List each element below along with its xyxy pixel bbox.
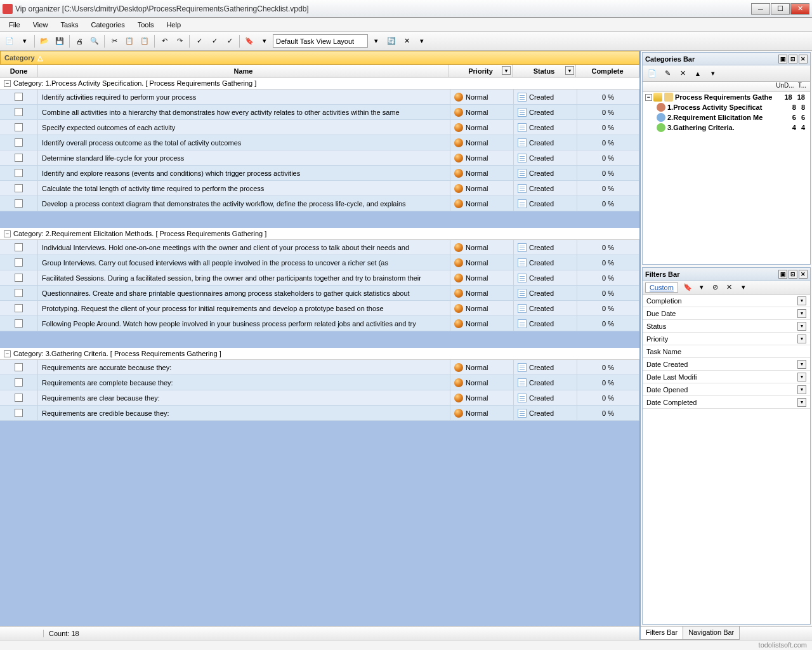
cat-del-button[interactable]: ✕ xyxy=(676,67,690,81)
done-checkbox[interactable] xyxy=(15,363,23,371)
column-name[interactable]: Name xyxy=(38,65,449,77)
done-checkbox[interactable] xyxy=(15,274,23,282)
task-button-2[interactable]: ✓ xyxy=(207,34,221,48)
tree-node[interactable]: 3.Gathering Criteria.44 xyxy=(643,123,810,133)
column-status[interactable]: Status ▾ xyxy=(513,65,576,77)
cat-new-button[interactable]: 📄 xyxy=(645,67,659,81)
group-header[interactable]: −Category: 3.Gathering Criteria. [ Proce… xyxy=(0,348,639,360)
task-row[interactable]: Identify overall process outcome as the … xyxy=(0,135,639,150)
paste-button[interactable]: 📋 xyxy=(138,34,152,48)
filter-delete-button[interactable]: ✕ xyxy=(723,281,737,295)
done-checkbox[interactable] xyxy=(15,154,23,162)
dropdown-icon[interactable]: ▾ xyxy=(797,385,806,394)
done-checkbox[interactable] xyxy=(15,138,23,147)
open-button[interactable]: 📂 xyxy=(37,34,51,48)
save-button[interactable]: 💾 xyxy=(53,34,67,48)
filter-dropdown[interactable]: ▾ xyxy=(258,34,272,48)
task-button-3[interactable]: ✓ xyxy=(223,34,237,48)
task-row[interactable]: Prototyping. Request the client of your … xyxy=(0,301,639,316)
panel-close-icon[interactable]: ✕ xyxy=(799,270,808,279)
collapse-icon[interactable]: − xyxy=(4,80,11,87)
filter-apply-button[interactable]: 🔖 xyxy=(681,281,695,295)
layout-dropdown[interactable]: ▾ xyxy=(369,34,383,48)
dropdown-icon[interactable]: ▾ xyxy=(797,398,806,407)
done-checkbox[interactable] xyxy=(15,123,23,131)
panel-pin-icon[interactable]: ▣ xyxy=(778,270,787,279)
task-row[interactable]: Group Interviews. Carry out focused inte… xyxy=(0,255,639,270)
collapse-icon[interactable]: − xyxy=(4,230,11,237)
copy-button[interactable]: 📋 xyxy=(122,34,136,48)
filter-clear-button[interactable]: ⊘ xyxy=(709,281,723,295)
task-row[interactable]: Identify activities required to perform … xyxy=(0,90,639,105)
done-checkbox[interactable] xyxy=(15,319,23,328)
column-done[interactable]: Done xyxy=(0,65,38,77)
tab-filters-bar[interactable]: Filters Bar xyxy=(640,627,683,640)
dropdown-icon[interactable]: ▾ xyxy=(797,335,806,343)
done-checkbox[interactable] xyxy=(15,108,23,116)
dropdown-icon[interactable]: ▾ xyxy=(797,296,806,305)
task-row[interactable]: Requirements are accurate because they:N… xyxy=(0,360,639,375)
task-row[interactable]: Facilitated Sessions. During a facilitat… xyxy=(0,270,639,286)
tree-node[interactable]: 2.Requirement Elicitation Me66 xyxy=(643,112,810,123)
task-row[interactable]: Specify expected outcomes of each activi… xyxy=(0,120,639,135)
cat-up-button[interactable]: ▲ xyxy=(691,67,705,81)
done-checkbox[interactable] xyxy=(15,304,23,312)
filter-dropdown[interactable]: ▾ xyxy=(695,281,709,295)
undo-button[interactable]: ↶ xyxy=(157,34,171,48)
cut-button[interactable]: ✂ xyxy=(107,34,121,48)
task-row[interactable]: Individual Interviews. Hold one-on-one m… xyxy=(0,240,639,255)
column-complete[interactable]: Complete xyxy=(576,65,639,77)
menu-tools[interactable]: Tools xyxy=(133,20,159,30)
menu-tasks[interactable]: Tasks xyxy=(55,20,83,30)
cat-more-button[interactable]: ▾ xyxy=(706,67,720,81)
done-checkbox[interactable] xyxy=(15,258,23,267)
filter-item[interactable]: Priority▾ xyxy=(643,333,810,345)
menu-help[interactable]: Help xyxy=(161,20,186,30)
group-header[interactable]: −Category: 1.Process Activity Specificat… xyxy=(0,77,639,90)
done-checkbox[interactable] xyxy=(15,184,23,192)
group-by-bar[interactable]: Category △ xyxy=(0,51,639,65)
done-checkbox[interactable] xyxy=(15,409,23,417)
panel-max-icon[interactable]: ⊡ xyxy=(789,55,797,63)
panel-pin-icon[interactable]: ▣ xyxy=(778,55,787,63)
status-filter-icon[interactable]: ▾ xyxy=(565,66,574,75)
done-checkbox[interactable] xyxy=(15,169,23,177)
tree-collapse-icon[interactable]: − xyxy=(645,94,652,101)
panel-max-icon[interactable]: ⊡ xyxy=(789,270,797,279)
filter-item[interactable]: Date Last Modifi▾ xyxy=(643,371,810,383)
new-dropdown[interactable]: ▾ xyxy=(18,34,32,48)
dropdown-icon[interactable]: ▾ xyxy=(797,309,806,318)
maximize-button[interactable]: ☐ xyxy=(771,3,790,15)
print-button[interactable]: 🖨 xyxy=(72,34,86,48)
filter-item[interactable]: Due Date▾ xyxy=(643,307,810,320)
filter-more-button[interactable]: ▾ xyxy=(737,281,750,295)
filter-item[interactable]: Task Name xyxy=(643,345,810,358)
filter-item[interactable]: Completion▾ xyxy=(643,295,810,307)
priority-filter-icon[interactable]: ▾ xyxy=(502,66,511,75)
task-row[interactable]: Following People Around. Watch how peopl… xyxy=(0,316,639,331)
layout-selector[interactable]: Default Task View Layout xyxy=(273,34,368,48)
dropdown-icon[interactable]: ▾ xyxy=(797,322,806,331)
filter-item[interactable]: Date Opened▾ xyxy=(643,383,810,396)
new-button[interactable]: 📄 xyxy=(3,34,16,48)
task-row[interactable]: Develop a process context diagram that d… xyxy=(0,196,639,211)
done-checkbox[interactable] xyxy=(15,199,23,208)
tree-node[interactable]: −Process Requirements Gathe1818 xyxy=(643,92,810,102)
filter-button[interactable]: 🔖 xyxy=(242,34,256,48)
tree-node[interactable]: 1.Process Activity Specificat88 xyxy=(643,102,810,112)
done-checkbox[interactable] xyxy=(15,378,23,387)
task-row[interactable]: Identify and explore reasons (events and… xyxy=(0,166,639,181)
task-row[interactable]: Calculate the total length of activity t… xyxy=(0,181,639,196)
done-checkbox[interactable] xyxy=(15,243,23,251)
layout-more[interactable]: ▾ xyxy=(415,34,429,48)
task-row[interactable]: Combine all activities into a hierarchy … xyxy=(0,105,639,120)
dropdown-icon[interactable]: ▾ xyxy=(797,360,806,369)
dropdown-icon[interactable]: ▾ xyxy=(797,373,806,381)
task-row[interactable]: Requirements are credible because they:N… xyxy=(0,406,639,421)
layout-delete[interactable]: ✕ xyxy=(400,34,414,48)
group-header[interactable]: −Category: 2.Requirement Elicitation Met… xyxy=(0,228,639,240)
minimize-button[interactable]: ─ xyxy=(751,3,770,15)
collapse-icon[interactable]: − xyxy=(4,350,11,357)
menu-categories[interactable]: Categories xyxy=(86,20,130,30)
preview-button[interactable]: 🔍 xyxy=(88,34,102,48)
